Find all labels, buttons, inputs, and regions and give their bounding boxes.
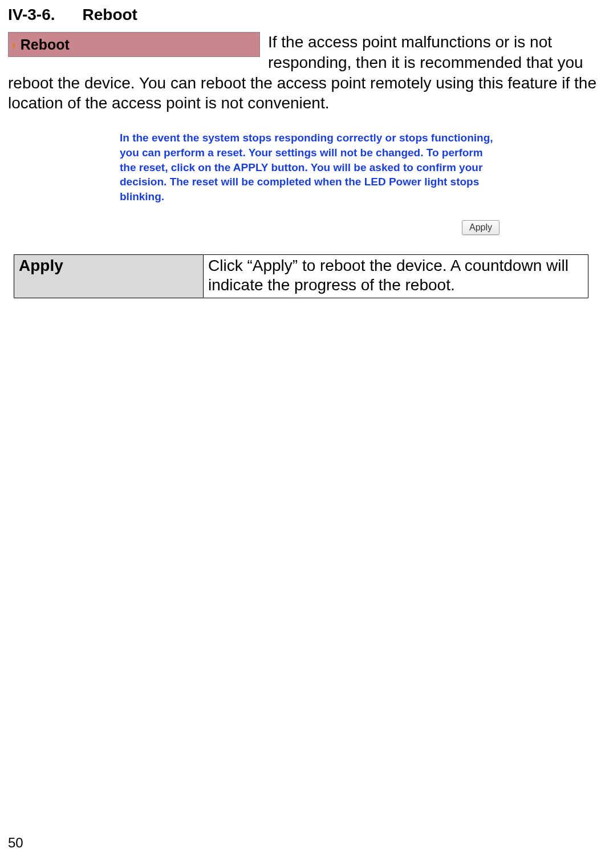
section-number: IV-3-6. [8, 6, 55, 24]
caret-icon: › [12, 38, 16, 51]
param-desc-cell: Click “Apply” to reboot the device. A co… [204, 254, 588, 298]
page-number: 50 [8, 835, 23, 851]
param-name-cell: Apply [14, 254, 204, 298]
embedded-screenshot: In the event the system stops responding… [120, 131, 501, 234]
table-row: Apply Click “Apply” to reboot the device… [14, 254, 588, 298]
apply-button[interactable]: Apply [462, 220, 500, 235]
reset-instructions: In the event the system stops responding… [120, 131, 501, 204]
parameter-table: Apply Click “Apply” to reboot the device… [14, 254, 588, 298]
menu-badge-reboot: › Reboot [8, 32, 260, 57]
intro-block: › Reboot If the access point malfunction… [8, 32, 597, 113]
section-heading: IV-3-6.Reboot [8, 6, 597, 24]
menu-badge-label: Reboot [21, 36, 70, 53]
section-title: Reboot [82, 6, 137, 23]
apply-button-row: Apply [120, 220, 501, 235]
